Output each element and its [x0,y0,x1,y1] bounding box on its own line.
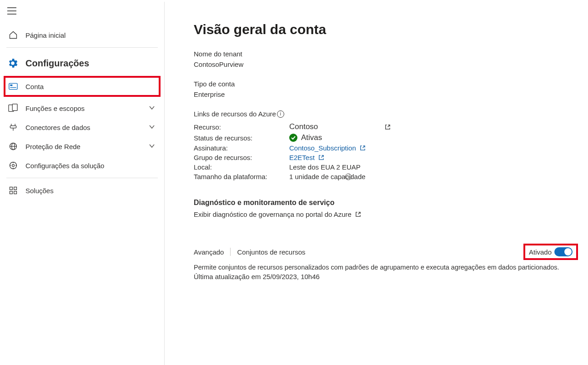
sidebar: Página inicial Configurações Conta Funçõ… [0,2,165,365]
sidebar-item-network[interactable]: Proteção de Rede [0,137,164,156]
sidebar-item-solution-settings[interactable]: Configurações da solução [0,156,164,175]
sidebar-item-label: Conectores de dados [25,124,90,131]
svg-rect-15 [14,187,17,190]
sidebar-item-home[interactable]: Página inicial [0,25,164,45]
svg-rect-17 [14,191,17,194]
chevron-down-icon [149,105,155,112]
resource-sets-description: Permite conjuntos de recursos personaliz… [194,264,579,271]
sidebar-item-label: Soluções [25,187,54,195]
resource-sets-label: Conjuntos de recursos [237,248,305,256]
status-ok-icon [289,134,297,142]
external-link-icon[interactable] [384,124,391,130]
svg-point-13 [12,165,15,167]
svg-rect-8 [10,126,16,128]
sidebar-item-account[interactable]: Conta [5,79,159,94]
info-icon[interactable]: i [277,110,284,118]
sidebar-item-connectors[interactable]: Conectores de dados [0,118,164,137]
divider [6,178,158,178]
sidebar-item-label: Configurações da solução [25,162,104,170]
highlight-account: Conta [4,76,161,97]
toggle-state-label: Ativado [529,248,552,256]
sliders-icon [8,160,18,170]
sidebar-section-settings: Configurações [0,50,164,74]
chevron-down-icon [149,143,155,150]
platform-size-value: 1 unidade de capacidade [289,173,366,180]
roles-icon [8,103,18,113]
tenant-name-value: ContosoPurview [194,60,579,68]
sidebar-item-solutions[interactable]: Soluções [0,181,164,200]
tenant-name-label: Nome do tenant [194,50,579,58]
resource-group-link[interactable]: E2ETest [289,154,315,161]
highlight-toggle: Ativado [523,244,578,260]
grid-icon [8,185,18,195]
gear-icon [6,57,19,70]
main-content: Visão geral da conta Nome do tenant Cont… [165,2,588,365]
external-link-icon[interactable] [355,211,362,218]
resource-status-label: Status de recursos: [194,134,289,142]
sidebar-item-label: Página inicial [25,31,65,39]
external-link-icon[interactable] [360,145,366,151]
plug-icon [8,122,18,132]
sidebar-item-label: Conta [25,83,44,90]
divider [230,248,231,256]
account-type-label: Tipo de conta [194,80,579,88]
last-updated: Última atualização em 25/09/2023, 10h46 [194,273,579,280]
resource-value: Contoso [289,122,318,131]
subscription-link[interactable]: Contoso_Subscription [289,144,356,152]
resource-label: Recurso: [194,123,289,131]
hamburger-icon[interactable] [6,5,17,16]
sidebar-item-label: Funções e escopos [25,105,85,112]
page-title: Visão geral da conta [194,22,579,37]
sidebar-item-label: Proteção de Rede [25,143,80,150]
svg-rect-16 [10,191,13,194]
info-icon[interactable]: i [345,173,351,180]
resource-sets-toggle[interactable] [554,247,573,256]
subscription-label: Assinatura: [194,144,289,152]
account-type-value: Enterprise [194,90,579,98]
svg-rect-4 [10,85,12,86]
azure-links-heading-text: Links de recursos do Azure [194,110,276,118]
sidebar-section-label: Configurações [25,58,89,69]
diagnostics-link[interactable]: Exibir diagnóstico de governança no port… [194,210,352,218]
globe-icon [8,141,18,151]
location-value: Leste dos EUA 2 EUAP [289,163,361,171]
divider [6,47,158,48]
external-link-icon[interactable] [318,155,325,161]
resource-group-label: Grupo de recursos: [194,154,289,161]
diagnostics-heading: Diagnóstico e monitoramento de serviço [194,199,579,207]
svg-rect-7 [12,104,17,111]
resource-status-value: Ativas [301,133,322,142]
advanced-label: Avançado [194,248,224,256]
chevron-down-icon [149,124,155,131]
platform-size-label: Tamanho da plataforma: [194,173,289,180]
svg-rect-14 [10,187,13,190]
svg-rect-3 [9,83,17,89]
account-icon [8,81,18,91]
home-icon [8,30,18,40]
location-label: Local: [194,163,289,171]
sidebar-item-roles[interactable]: Funções e escopos [0,99,164,118]
azure-links-heading: Links de recursos do Azure i [194,110,579,118]
